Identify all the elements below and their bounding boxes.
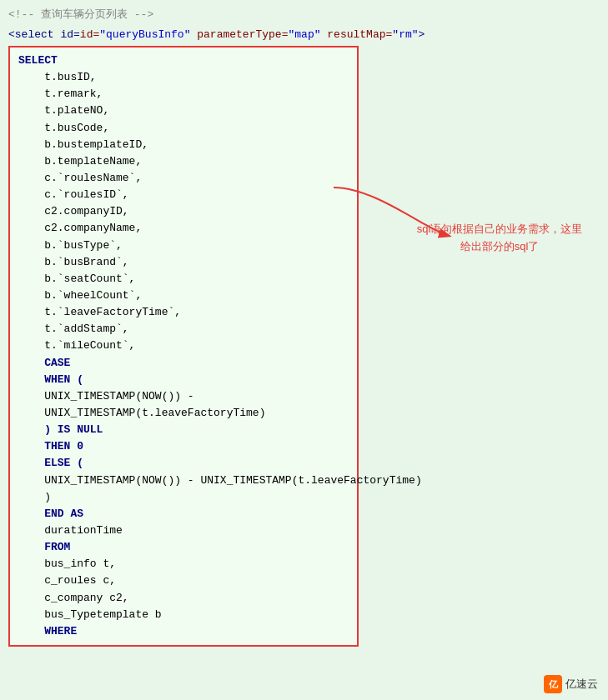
code-box: SELECT t.busID, t.remark, t.plateNO, t.b… [8, 46, 359, 647]
code-unix3: UNIX_TIMESTAMP(NOW()) - UNIX_TIMESTAMP(t… [18, 472, 349, 489]
code-then: THEN 0 [18, 438, 349, 455]
attr-result-value: "rm" [392, 28, 418, 41]
code-companyname: c2.companyName, [18, 220, 349, 237]
code-case: CASE [18, 355, 349, 372]
code-else: ELSE ( [18, 455, 349, 472]
code-busbrand: b.`busBrand`, [18, 254, 349, 271]
code-bustype: b.`busType`, [18, 238, 349, 254]
attr-param: parameterType= [190, 28, 288, 41]
attr-id-value: "queryBusInfo" [99, 28, 190, 41]
code-roulesname: c.`roulesName`, [18, 170, 349, 187]
code-templatename: b.templateName, [18, 153, 349, 170]
attr-id: id= [80, 28, 99, 41]
xml-select-tag: <select id=id="queryBusInfo" parameterTy… [8, 27, 600, 43]
code-from: FROM [18, 539, 349, 556]
code-addstamp: t.`addStamp`, [18, 321, 349, 338]
code-companyid: c2.companyID, [18, 203, 349, 220]
code-buscode: t.busCode, [18, 120, 349, 137]
comment-line: <!-- 查询车辆分页列表 --> [8, 8, 153, 21]
watermark-text: 亿速云 [565, 677, 598, 692]
code-bustypetemplate: bus_Typetemplate b [18, 607, 349, 623]
code-isnull: ) IS NULL [18, 422, 349, 438]
watermark-icon: 亿 [544, 675, 562, 693]
code-when: WHEN ( [18, 372, 349, 388]
code-unix1: UNIX_TIMESTAMP(NOW()) - [18, 388, 349, 405]
annotation-box: sql语句根据自己的业务需求，这里给出部分的sql了 [416, 221, 583, 256]
code-ccompany: c_company c2, [18, 590, 349, 607]
code-bustemplateid: b.bustemplateID, [18, 137, 349, 153]
code-roulesid: c.`roulesID`, [18, 187, 349, 203]
code-where: WHERE [18, 623, 349, 640]
attr-param-value: "map" [288, 28, 320, 41]
code-unix2: UNIX_TIMESTAMP(t.leaveFactoryTime) [18, 405, 349, 422]
code-leavefactorytime: t.`leaveFactoryTime`, [18, 304, 349, 321]
code-end-as: END AS [18, 506, 349, 522]
code-remark: t.remark, [18, 86, 349, 102]
code-croules: c_roules c, [18, 572, 349, 589]
code-businfo: bus_info t, [18, 556, 349, 572]
watermark: 亿 亿速云 [544, 675, 598, 693]
annotation-text: sql语句根据自己的业务需求，这里给出部分的sql了 [417, 222, 583, 252]
code-seatcount: b.`seatCount`, [18, 271, 349, 288]
code-plateno: t.plateNO, [18, 102, 349, 119]
code-wheelcount: b.`wheelCount`, [18, 288, 349, 304]
code-durationtime: durationTime [18, 522, 349, 539]
tag-open: <select id= [8, 28, 80, 41]
attr-result: resultMap= [321, 28, 393, 41]
xml-header: <!-- 查询车辆分页列表 --> [8, 7, 600, 23]
page-wrapper: <!-- 查询车辆分页列表 --> <select id=id="queryBu… [0, 0, 608, 700]
tag-close: > [419, 28, 425, 41]
code-busid: t.busID, [18, 69, 349, 86]
code-select: SELECT [18, 52, 349, 69]
code-close-paren: ) [18, 489, 349, 506]
code-milecount: t.`mileCount`, [18, 338, 349, 354]
